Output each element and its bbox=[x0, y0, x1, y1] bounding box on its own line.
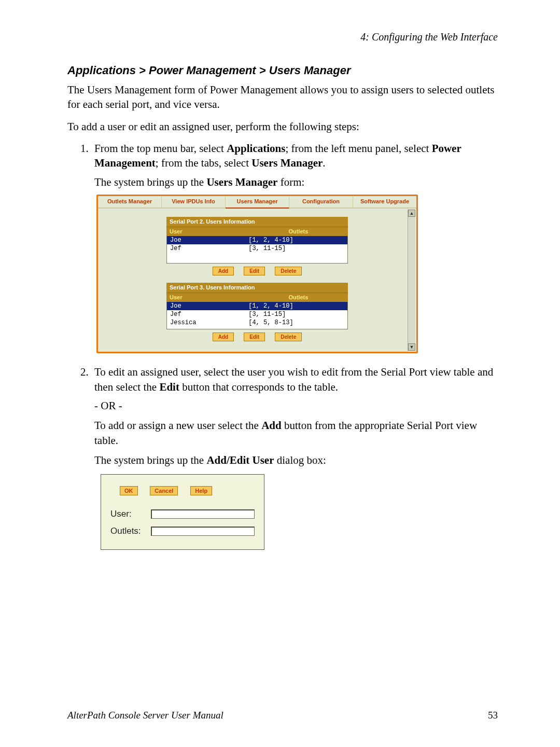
intro-paragraph-2: To add a user or edit an assigned user, … bbox=[67, 119, 498, 134]
step2-p3: The system brings up the Add/Edit User d… bbox=[94, 453, 498, 467]
delete-button[interactable]: Delete bbox=[275, 333, 302, 342]
cell-user: Jessica bbox=[170, 319, 248, 327]
cell-user: Joe bbox=[170, 302, 248, 310]
col-header-user: User bbox=[166, 227, 249, 236]
step2-or: - OR - bbox=[94, 398, 498, 413]
outlets-field[interactable] bbox=[151, 527, 255, 536]
step-1: From the top menu bar, select Applicatio… bbox=[91, 141, 498, 353]
step2-p2: To add or assign a new user select the A… bbox=[94, 418, 498, 448]
step2-p1: To edit an assigned user, select the use… bbox=[94, 366, 493, 393]
table-row[interactable]: Joe [1, 2, 4-10] bbox=[167, 236, 347, 244]
serial-port-2-rows[interactable]: Joe [1, 2, 4-10] Jef [3, 11-15] bbox=[166, 236, 348, 264]
serial-port-2-header: User Outlets bbox=[166, 227, 348, 236]
table-row[interactable]: Jef [3, 11-15] bbox=[167, 310, 347, 319]
cell-user: Joe bbox=[170, 236, 248, 244]
users-manager-figure: Outlets Manager View IPDUs Info Users Ma… bbox=[96, 195, 418, 353]
user-label: User: bbox=[110, 508, 151, 520]
step-2: To edit an assigned user, select the use… bbox=[91, 365, 498, 549]
step1-text: From the top menu bar, select Applicatio… bbox=[94, 142, 461, 169]
vertical-scrollbar[interactable]: ▲ ▼ bbox=[408, 210, 415, 351]
help-button[interactable]: Help bbox=[190, 486, 212, 496]
section-title: Applications > Power Management > Users … bbox=[67, 64, 498, 77]
col-header-outlets: Outlets bbox=[249, 227, 348, 236]
outlets-label: Outlets: bbox=[110, 525, 151, 537]
cell-outlets: [3, 11-15] bbox=[248, 244, 344, 253]
col-header-outlets: Outlets bbox=[249, 293, 348, 302]
table-row[interactable]: Joe [1, 2, 4-10] bbox=[167, 302, 347, 310]
tab-view-ipdus-info[interactable]: View IPDUs Info bbox=[162, 196, 226, 208]
add-button[interactable]: Add bbox=[213, 267, 234, 276]
serial-port-2-title: Serial Port 2. Users Information bbox=[166, 217, 348, 227]
cell-user: Jef bbox=[170, 310, 248, 319]
step1-result: The system brings up the Users Manager f… bbox=[94, 175, 498, 189]
serial-port-3-panel: Serial Port 3. Users Information User Ou… bbox=[166, 283, 348, 341]
running-head: 4: Configuring the Web Interface bbox=[67, 31, 498, 43]
table-row[interactable]: Jef [3, 11-15] bbox=[167, 244, 347, 253]
col-header-user: User bbox=[166, 293, 249, 302]
cell-user: Jef bbox=[170, 244, 248, 253]
cell-outlets: [4, 5, 8-13] bbox=[248, 319, 344, 327]
scroll-up-icon[interactable]: ▲ bbox=[408, 210, 415, 217]
tab-users-manager[interactable]: Users Manager bbox=[226, 196, 289, 209]
serial-port-2-panel: Serial Port 2. Users Information User Ou… bbox=[166, 217, 348, 275]
footer-manual-title: AlterPath Console Server User Manual bbox=[67, 710, 223, 721]
edit-button[interactable]: Edit bbox=[244, 267, 265, 276]
tab-software-upgrade[interactable]: Software Upgrade bbox=[353, 196, 416, 208]
serial-port-3-title: Serial Port 3. Users Information bbox=[166, 283, 348, 293]
tab-outlets-manager[interactable]: Outlets Manager bbox=[98, 196, 162, 208]
footer-page-number: 53 bbox=[488, 710, 498, 721]
delete-button[interactable]: Delete bbox=[275, 267, 302, 276]
users-manager-tabs: Outlets Manager View IPDUs Info Users Ma… bbox=[98, 196, 416, 209]
cell-outlets: [3, 11-15] bbox=[248, 310, 344, 319]
tab-configuration[interactable]: Configuration bbox=[289, 196, 353, 208]
serial-port-3-header: User Outlets bbox=[166, 293, 348, 302]
table-row[interactable]: Jessica [4, 5, 8-13] bbox=[167, 319, 347, 327]
scroll-down-icon[interactable]: ▼ bbox=[408, 343, 415, 351]
cell-outlets: [1, 2, 4-10] bbox=[248, 302, 344, 310]
ok-button[interactable]: OK bbox=[120, 486, 138, 496]
cancel-button[interactable]: Cancel bbox=[150, 486, 178, 496]
serial-port-3-rows[interactable]: Joe [1, 2, 4-10] Jef [3, 11-15] Jessica … bbox=[166, 302, 348, 329]
intro-paragraph-1: The Users Management form of Power Manag… bbox=[67, 82, 498, 112]
cell-outlets: [1, 2, 4-10] bbox=[248, 236, 344, 244]
user-field[interactable] bbox=[151, 509, 255, 519]
add-button[interactable]: Add bbox=[213, 333, 234, 342]
edit-button[interactable]: Edit bbox=[244, 333, 265, 342]
add-edit-user-dialog: OK Cancel Help User: Outlets: bbox=[101, 474, 264, 550]
